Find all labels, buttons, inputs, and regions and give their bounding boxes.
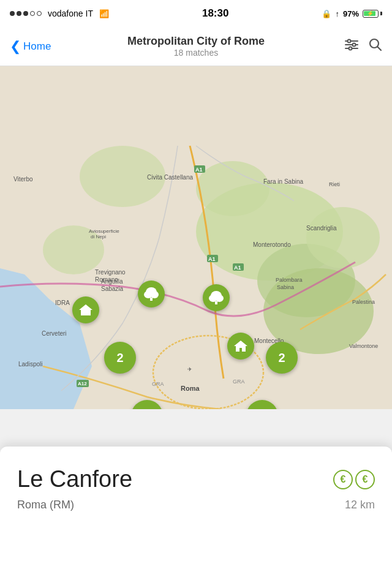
nav-actions	[344, 38, 382, 55]
map-marker-count-1[interactable]: 2	[104, 342, 136, 374]
svg-text:A1: A1	[195, 167, 203, 173]
carrier-label: vodafone IT	[48, 9, 93, 18]
listing-location: Roma (RM)	[17, 499, 74, 511]
svg-text:Monterotondo: Monterotondo	[253, 241, 291, 248]
map-marker-tree-1[interactable]	[138, 281, 165, 307]
matches-count: 18 matches	[127, 48, 265, 58]
back-button[interactable]: ❮ Home	[10, 39, 51, 55]
status-right: 🔒 ↑ 97% ⚡	[322, 9, 382, 18]
svg-rect-61	[215, 301, 217, 304]
svg-text:di Nepi: di Nepi	[91, 234, 106, 239]
map-marker-house-1[interactable]	[72, 296, 99, 323]
map-marker-house-2[interactable]	[227, 333, 254, 360]
card-subtitle-row: Roma (RM) 12 km	[17, 499, 375, 511]
svg-point-56	[150, 291, 159, 298]
svg-text:GRA: GRA	[152, 381, 164, 387]
svg-point-3	[348, 39, 351, 42]
nav-bar: ❮ Home Metropolitan City of Rome 18 matc…	[0, 27, 392, 66]
svg-text:GRA: GRA	[233, 379, 245, 385]
location-icon: ↑	[335, 9, 339, 18]
svg-point-5	[349, 47, 352, 50]
svg-text:Ladispoli: Ladispoli	[18, 361, 42, 368]
status-time: 18:30	[202, 7, 228, 20]
status-bar: vodafone IT 📶 18:30 🔒 ↑ 97% ⚡	[0, 0, 392, 27]
svg-text:Palombara: Palombara	[276, 277, 303, 283]
svg-text:Scandriglia: Scandriglia	[306, 225, 337, 232]
euro-icon-2: €	[355, 470, 375, 489]
svg-text:Viterbo: Viterbo	[13, 176, 33, 183]
svg-text:Civita Castellana: Civita Castellana	[147, 174, 193, 181]
marker-count: 2	[278, 351, 285, 365]
svg-text:Sabazia: Sabazia	[101, 285, 124, 292]
svg-point-13	[306, 207, 380, 268]
listing-card[interactable]: Le Canfore € € Roma (RM) 12 km	[0, 446, 392, 588]
svg-text:Trevignano: Trevignano	[95, 269, 126, 276]
svg-text:Aviosuperficie: Aviosuperficie	[89, 228, 119, 234]
price-level-icons: € €	[333, 470, 375, 489]
svg-text:✈: ✈	[187, 366, 192, 372]
svg-text:Roma: Roma	[181, 385, 200, 392]
battery-percent: 97%	[343, 9, 359, 18]
lock-icon: 🔒	[322, 9, 331, 18]
svg-text:A1: A1	[208, 256, 216, 262]
map-marker-count-2[interactable]: 2	[266, 342, 298, 374]
svg-text:Cerveteri: Cerveteri	[42, 330, 67, 337]
svg-text:Palestina: Palestina	[352, 299, 375, 305]
battery-indicator: ⚡	[363, 10, 382, 18]
svg-text:IDRA: IDRA	[55, 300, 70, 306]
wifi-icon: 📶	[99, 9, 109, 18]
euro-icon-1: €	[333, 470, 353, 489]
nav-title-container: Metropolitan City of Rome 18 matches	[127, 35, 265, 58]
status-left: vodafone IT 📶	[10, 9, 109, 18]
listing-title: Le Canfore	[17, 466, 132, 492]
svg-point-60	[215, 295, 224, 302]
back-label: Home	[23, 40, 51, 53]
marker-count: 2	[116, 351, 123, 365]
svg-line-7	[378, 47, 382, 50]
svg-text:A1: A1	[234, 265, 241, 271]
svg-point-11	[196, 161, 270, 216]
svg-marker-62	[234, 341, 247, 352]
svg-text:A12: A12	[78, 381, 87, 386]
back-arrow-icon: ❮	[10, 39, 21, 55]
card-title-row: Le Canfore € €	[17, 466, 375, 492]
marker-count: 2	[143, 409, 150, 410]
svg-text:Sabina: Sabina	[277, 284, 294, 290]
page-title: Metropolitan City of Rome	[127, 35, 265, 48]
map-marker-tree-2[interactable]	[203, 284, 230, 311]
svg-text:Romano: Romano	[95, 276, 118, 283]
svg-text:Fara in Sabina: Fara in Sabina	[263, 178, 303, 185]
map-view[interactable]: Viterbo Ladispoli Cerveteri Civita Caste…	[0, 66, 392, 409]
svg-text:Valmontone: Valmontone	[349, 343, 378, 349]
listing-distance: 12 km	[345, 499, 375, 511]
svg-rect-53	[84, 312, 88, 315]
search-icon[interactable]	[369, 38, 382, 55]
marker-count: 2	[258, 409, 265, 410]
svg-text:Rieti: Rieti	[329, 181, 340, 187]
filter-icon[interactable]	[344, 39, 359, 55]
svg-point-4	[353, 43, 356, 46]
svg-rect-57	[150, 298, 153, 301]
